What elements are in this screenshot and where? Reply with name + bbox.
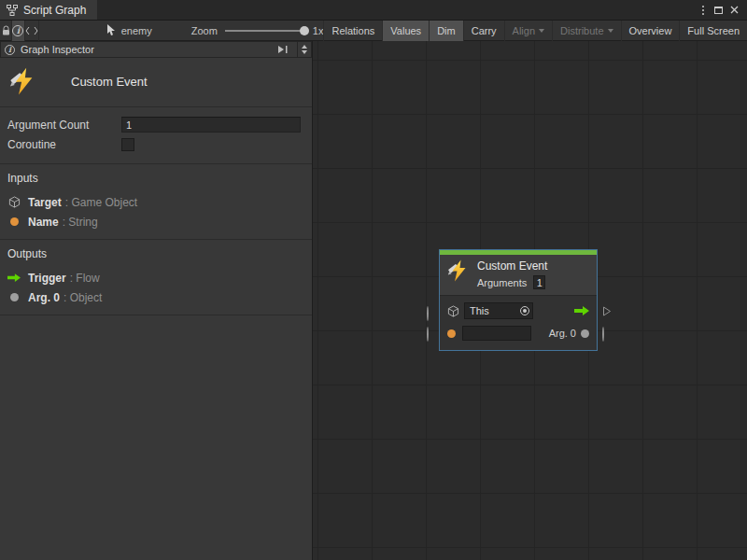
zoom-value: 1x [313,25,324,36]
target-value: This [470,305,516,316]
overview-button[interactable]: Overview [621,21,680,41]
node-body: This Arg. 0 [440,295,597,350]
chevron-down-icon [608,29,613,33]
custom-event-icon [447,259,470,289]
list-item: Target : Game Object [7,192,303,212]
dim-label: Dim [437,25,456,36]
gray-dot-icon [7,293,21,301]
graph-name-label: enemy [121,25,152,36]
orange-dot-icon [447,329,456,338]
close-button[interactable] [726,2,742,18]
custom-event-node[interactable]: Custom Event Arguments 1 This [439,249,598,351]
inspector-title: Graph Inspector [21,44,94,55]
chevron-down-icon [539,29,544,33]
lock-icon [1,25,11,36]
port-name: Name [28,216,59,229]
align-label: Align [513,25,535,36]
cursor-icon [106,24,117,36]
values-button[interactable]: Values [382,21,429,41]
outputs-heading: Outputs [7,247,303,260]
relations-label: Relations [331,25,374,36]
orange-dot-icon [7,217,21,226]
cube-icon [447,305,459,317]
panel-stepper[interactable] [297,42,311,57]
carry-label: Carry [472,25,497,36]
port-name: Arg. 0 [28,291,60,304]
node-header-text: Custom Event Arguments 1 [477,259,547,289]
event-fields: Argument Count Coroutine [0,107,312,164]
maximize-icon [714,7,723,14]
list-item: Arg. 0 : Object [7,287,303,307]
lock-button[interactable] [0,21,12,41]
zoom-slider-thumb[interactable] [300,26,309,35]
dock-arrow-icon [277,45,289,54]
coroutine-checkbox[interactable] [121,138,134,151]
port-name: Target [28,196,62,209]
fullscreen-button[interactable]: Full Screen [679,21,747,41]
graph-inspector-panel: i Graph Inspector Custom Event Argument … [0,41,313,560]
distribute-dropdown[interactable]: Distribute [552,21,620,41]
align-dropdown[interactable]: Align [504,21,552,41]
code-view-button[interactable] [25,21,39,41]
info-icon: i [5,45,15,55]
code-icon [25,26,38,35]
dim-button[interactable]: Dim [429,21,463,41]
graph-canvas[interactable]: Custom Event Arguments 1 This [313,41,747,560]
port-type: : Flow [70,272,100,285]
inspector-toggle-button[interactable]: i [12,21,24,41]
stepper-down-icon [302,50,307,54]
green-arrow-icon [7,273,21,283]
event-title: Custom Event [71,75,148,89]
carry-button[interactable]: Carry [463,21,504,41]
overview-label: Overview [629,25,672,36]
list-item: Trigger : Flow [7,268,303,287]
gray-dot-icon [581,329,589,338]
distribute-label: Distribute [560,25,603,36]
cube-icon [7,196,21,208]
name-input-port[interactable] [427,328,429,341]
custom-event-icon [9,67,37,95]
stepper-up-icon [302,45,307,49]
node-header[interactable]: Custom Event Arguments 1 [440,255,597,295]
node-subtitle: Arguments 1 [477,275,547,289]
dock-panel-button[interactable] [275,42,291,57]
window-controls [695,0,747,20]
unity-script-graph-window: { "window": { "tab_label": "Script Graph… [0,0,747,560]
zoom-control: Zoom 1x [191,25,324,36]
target-row: This [447,302,589,319]
tab-label: Script Graph [23,4,86,17]
arg0-label: Arg. 0 [549,328,576,339]
coroutine-label: Coroutine [7,138,121,151]
fullscreen-label: Full Screen [687,25,740,36]
list-item: Name : String [7,212,303,231]
target-input-port[interactable] [427,307,429,320]
values-label: Values [390,25,421,36]
toolbar-buttons: Relations Values Dim Carry Align Distrib… [323,21,747,41]
target-dropdown[interactable]: This [464,302,533,319]
tab-script-graph[interactable]: Script Graph [0,0,97,20]
trigger-output-port[interactable] [602,306,612,316]
port-type: : Game Object [65,196,137,209]
kebab-menu-icon [702,6,704,15]
inputs-section: Inputs Target : Game Object Name : Strin… [0,164,312,240]
graph-breadcrumb[interactable]: enemy [106,24,152,36]
coroutine-row: Coroutine [7,134,301,154]
relations-button[interactable]: Relations [323,21,382,41]
port-name: Trigger [28,272,66,285]
zoom-slider[interactable] [225,30,305,32]
name-input[interactable] [462,326,531,341]
argument-count-input[interactable] [121,117,301,133]
object-picker-icon[interactable] [520,306,529,315]
graph-toolbar: i enemy Zoom 1x Relations Values Dim Car… [0,21,747,41]
kebab-menu-button[interactable] [695,2,711,18]
maximize-button[interactable] [711,2,726,18]
outputs-section: Outputs Trigger : Flow Arg. 0 : Object [0,240,312,315]
argument-count-row: Argument Count [7,115,301,134]
info-icon: i [12,25,23,36]
flow-arrow-icon [574,305,589,316]
node-title: Custom Event [477,259,547,273]
name-row: Arg. 0 [447,325,589,342]
arg0-output-port[interactable] [602,328,604,341]
script-graph-icon [7,5,18,16]
arguments-label: Arguments [477,277,527,288]
